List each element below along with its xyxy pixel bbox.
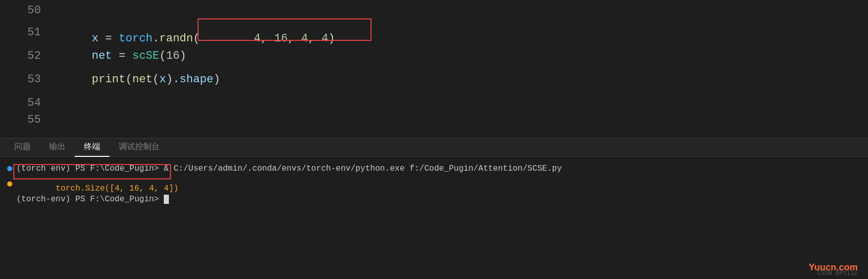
line-number-50: 50 [0, 4, 51, 17]
terminal-body: (torch env) PS F:\Code_Pugin> & C:/Users… [0, 157, 868, 279]
tab-output[interactable]: 输出 [40, 138, 75, 157]
terminal-line-output: torch.Size([4, 16, 4, 4]) [7, 176, 861, 192]
code-editor: 50 51 x = torch.randn( 4, 16, 4, 4) 52 n… [0, 0, 868, 138]
line-number-54: 54 [0, 97, 51, 109]
line-number-52: 52 [0, 50, 51, 62]
code-line-55: 55 [0, 114, 868, 125]
orange-dot [7, 181, 12, 187]
csdn-watermark: CSDN @Philo [817, 270, 858, 277]
terminal-tabs: 问题 输出 终端 调试控制台 [0, 138, 868, 157]
code-line-53: 53 print(net(x).shape) [0, 67, 868, 91]
tab-issues[interactable]: 问题 [5, 138, 40, 157]
line-number-53: 53 [0, 73, 51, 86]
tab-debug-console[interactable]: 调试控制台 [110, 138, 169, 157]
terminal-panel: 问题 输出 终端 调试控制台 (torch env) PS F:\Code_Pu… [0, 138, 868, 279]
terminal-output-text: torch.Size([4, 16, 4, 4]) [16, 166, 179, 202]
tab-terminal[interactable]: 终端 [75, 138, 110, 157]
blue-dot [7, 166, 12, 171]
line-content-53: print(net(x).shape) [51, 60, 868, 99]
line-number-51: 51 [0, 26, 51, 39]
line-number-55: 55 [0, 114, 51, 125]
dot-placeholder-3 [7, 197, 12, 202]
